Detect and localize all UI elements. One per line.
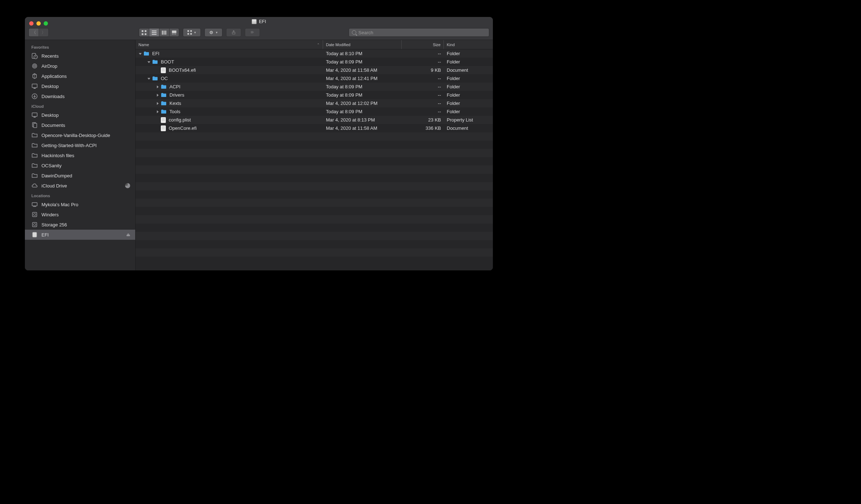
sidebar-item[interactable]: iCloud Drive xyxy=(25,181,135,191)
sidebar-item[interactable]: Desktop xyxy=(25,81,135,91)
sidebar-item[interactable]: Applications xyxy=(25,71,135,81)
sidebar-item[interactable]: Desktop xyxy=(25,110,135,120)
finder-window: EFI 〈 〉 xyxy=(25,17,493,271)
list-view-button[interactable] xyxy=(149,28,159,37)
disclosure-triangle[interactable] xyxy=(147,77,151,80)
chevron-down-icon: ▼ xyxy=(215,31,218,34)
file-row[interactable]: EFIToday at 8:10 PM--Folder xyxy=(136,49,493,58)
sidebar-item-label: Applications xyxy=(41,74,67,79)
svg-rect-33 xyxy=(32,203,37,206)
svg-rect-27 xyxy=(34,88,36,89)
sidebar-item[interactable]: Storage 256 xyxy=(25,220,135,230)
sidebar-item[interactable]: Getting-Started-With-ACPI xyxy=(25,140,135,150)
sidebar-item[interactable]: AirDrop xyxy=(25,61,135,71)
folder-icon xyxy=(161,84,167,89)
sidebar-item[interactable]: Mykola's Mac Pro xyxy=(25,199,135,209)
tags-button[interactable] xyxy=(245,28,260,37)
search-field[interactable] xyxy=(349,28,489,37)
desktop-icon xyxy=(31,112,38,118)
svg-rect-10 xyxy=(172,31,176,33)
tag-icon xyxy=(250,31,255,34)
svg-point-36 xyxy=(34,213,36,216)
progress-pie-icon xyxy=(125,183,130,188)
file-icon xyxy=(161,125,166,131)
column-header-date[interactable]: Date Modified xyxy=(323,40,402,49)
disclosure-triangle[interactable] xyxy=(156,110,159,114)
sidebar-item[interactable]: Winders xyxy=(25,209,135,220)
file-size: 9 KB xyxy=(402,67,444,73)
file-date: Today at 8:09 PM xyxy=(323,84,402,89)
sidebar-item[interactable]: Hackintosh files xyxy=(25,150,135,160)
chevron-down-icon: ▼ xyxy=(194,31,197,34)
minimize-button[interactable] xyxy=(36,21,41,26)
folder-icon xyxy=(152,76,158,81)
sidebar-item[interactable]: DawinDumped xyxy=(25,171,135,181)
empty-row xyxy=(136,174,493,182)
file-row[interactable]: KextsMar 4, 2020 at 12:02 PM--Folder xyxy=(136,99,493,107)
file-list: Name ⌃ Date Modified Size Kind EFIToday … xyxy=(136,40,493,270)
file-row[interactable]: BOOTx64.efiMar 4, 2020 at 11:58 AM9 KBDo… xyxy=(136,66,493,74)
column-view-button[interactable] xyxy=(159,28,169,37)
group-button[interactable]: ▼ xyxy=(183,28,201,37)
sidebar-item[interactable]: Documents xyxy=(25,120,135,130)
svg-point-38 xyxy=(34,224,36,226)
svg-rect-34 xyxy=(33,206,36,207)
file-row[interactable]: OpenCore.efiMar 4, 2020 at 11:58 AM336 K… xyxy=(136,124,493,132)
svg-rect-12 xyxy=(173,34,175,35)
disclosure-triangle[interactable] xyxy=(156,93,159,97)
file-row[interactable]: ToolsToday at 8:09 PM--Folder xyxy=(136,107,493,116)
file-kind: Document xyxy=(444,125,493,131)
file-row[interactable]: BOOTToday at 8:09 PM--Folder xyxy=(136,58,493,66)
back-button[interactable]: 〈 xyxy=(28,28,39,37)
file-size: -- xyxy=(402,109,444,114)
file-kind: Folder xyxy=(444,51,493,56)
file-size: -- xyxy=(402,92,444,98)
sidebar-item[interactable]: Opencore-Vanilla-Desktop-Guide xyxy=(25,130,135,140)
disclosure-triangle[interactable] xyxy=(156,85,159,89)
empty-row xyxy=(136,190,493,199)
disclosure-triangle[interactable] xyxy=(156,102,159,105)
folder-icon xyxy=(31,152,38,159)
sidebar-item[interactable]: OCSanity xyxy=(25,160,135,171)
action-button[interactable]: ▼ xyxy=(204,28,222,37)
window-controls xyxy=(29,21,48,26)
column-header-name[interactable]: Name ⌃ xyxy=(136,40,323,49)
sidebar-item[interactable]: Downloads xyxy=(25,91,135,101)
svg-rect-26 xyxy=(32,84,37,88)
column-header-size[interactable]: Size xyxy=(402,40,444,49)
file-row[interactable]: DriversToday at 8:09 PM--Folder xyxy=(136,91,493,99)
file-size: -- xyxy=(402,101,444,106)
empty-row xyxy=(136,199,493,207)
sidebar-item[interactable]: EFI⏏ xyxy=(25,230,135,240)
folder-icon xyxy=(31,132,38,138)
disclosure-triangle xyxy=(156,118,159,122)
close-button[interactable] xyxy=(29,21,34,26)
svg-rect-35 xyxy=(32,212,37,217)
disclosure-triangle[interactable] xyxy=(138,52,142,56)
file-row[interactable]: config.plistMar 4, 2020 at 8:13 PM23 KBP… xyxy=(136,116,493,124)
sidebar-item[interactable]: Recents xyxy=(25,51,135,61)
file-row[interactable]: ACPIToday at 8:09 PM--Folder xyxy=(136,83,493,91)
chevron-right-icon: 〉 xyxy=(41,30,46,35)
svg-rect-8 xyxy=(164,30,165,34)
gallery-view-button[interactable] xyxy=(169,28,179,37)
cloud-icon xyxy=(31,182,38,189)
zoom-button[interactable] xyxy=(44,21,48,26)
forward-button[interactable]: 〉 xyxy=(39,28,49,37)
icon-view-button[interactable] xyxy=(139,28,149,37)
disclosure-triangle[interactable] xyxy=(147,60,151,64)
eject-icon[interactable]: ⏏ xyxy=(126,232,130,237)
svg-rect-11 xyxy=(172,34,173,35)
file-kind: Folder xyxy=(444,109,493,114)
file-row[interactable]: OCMar 4, 2020 at 12:41 PM--Folder xyxy=(136,74,493,83)
file-name: EFI xyxy=(152,51,159,56)
folder-icon xyxy=(144,51,149,56)
empty-row xyxy=(136,248,493,257)
group-icon xyxy=(187,30,192,35)
column-header-kind[interactable]: Kind xyxy=(444,40,493,49)
search-input[interactable] xyxy=(358,30,486,35)
file-rows: EFIToday at 8:10 PM--FolderBOOTToday at … xyxy=(136,49,493,270)
file-name: BOOTx64.efi xyxy=(169,67,196,73)
share-button[interactable] xyxy=(226,28,241,37)
file-date: Today at 8:09 PM xyxy=(323,92,402,98)
